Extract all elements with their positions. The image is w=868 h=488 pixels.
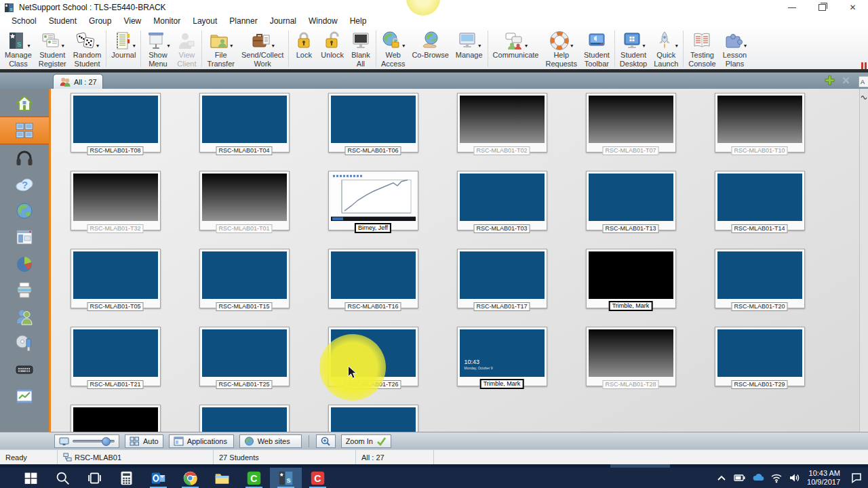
add-tab-icon[interactable] xyxy=(824,75,835,86)
student-thumbnail[interactable]: RSC-MLAB01-T21 xyxy=(71,327,161,386)
student-thumbnail[interactable]: RSC-MLAB01-T01 xyxy=(199,171,290,230)
sidebar-item-print[interactable] xyxy=(0,277,49,303)
outlook-icon[interactable] xyxy=(142,468,174,488)
minimize-button[interactable] xyxy=(776,0,807,15)
thumbnail-size-slider[interactable] xyxy=(54,434,119,448)
netsupport-icon[interactable]: s xyxy=(270,468,302,488)
student-thumbnail[interactable]: RSC-MLAB01-T28 xyxy=(586,327,676,386)
student-thumbnail[interactable]: RSC-MLAB01-T07 xyxy=(586,93,676,152)
camtasia-red-icon[interactable]: C xyxy=(302,468,334,488)
tab-all-group[interactable]: All : 27 xyxy=(53,74,103,89)
file-explorer-icon[interactable] xyxy=(206,468,238,488)
student-thumbnail[interactable]: RSC-MLAB01-T02 xyxy=(457,93,547,152)
menu-help[interactable]: Help xyxy=(344,16,373,26)
manage-class-button[interactable]: s▾ManageClass xyxy=(1,28,35,70)
student-toolbar-button[interactable]: StudentToolbar xyxy=(580,28,613,70)
help-requests-button[interactable]: ▾HelpRequests xyxy=(542,28,580,70)
slider-thumb[interactable] xyxy=(102,437,111,446)
student-thumbnail[interactable]: RSC-MLAB01-T29 xyxy=(715,327,805,386)
sidebar-item-applications[interactable] xyxy=(0,224,49,250)
student-thumbnail[interactable]: RSC-MLAB01-T06 xyxy=(328,93,418,152)
journal-button[interactable]: ▾Journal xyxy=(108,28,139,70)
lesson-plans-button[interactable]: ▾LessonPlans xyxy=(719,28,750,70)
file-transfer-button[interactable]: ▾FileTransfer xyxy=(203,28,238,70)
menu-layout[interactable]: Layout xyxy=(186,16,223,26)
manage-web-button[interactable]: ▾Manage xyxy=(452,28,486,70)
sidebar-item-survey[interactable] xyxy=(0,250,49,277)
student-thumbnail[interactable]: RSC-MLAB01-T10 xyxy=(715,93,805,152)
sidebar-item-keyboard[interactable] xyxy=(0,356,49,382)
sidebar-item-audio[interactable] xyxy=(0,144,49,171)
student-thumbnail[interactable] xyxy=(71,405,161,432)
student-thumbnail[interactable]: RSC-MLAB01-T13 xyxy=(586,171,676,230)
lock-button[interactable]: Lock xyxy=(290,28,317,70)
student-thumbnail[interactable]: RSC-MLAB01-T25 xyxy=(199,327,290,386)
student-thumbnail[interactable] xyxy=(328,405,418,432)
zoom-in-button[interactable]: Zoom In xyxy=(341,434,391,448)
search-icon[interactable] xyxy=(47,468,79,488)
random-student-button[interactable]: ▾RandomStudent xyxy=(70,28,105,70)
sidebar-item-question[interactable]: ? xyxy=(0,171,49,197)
menu-journal[interactable]: Journal xyxy=(264,16,302,26)
onedrive-cloud-icon[interactable] xyxy=(752,472,764,484)
student-thumbnail[interactable]: RSC-MLAB01-T04 xyxy=(199,93,290,152)
student-thumbnail[interactable]: Trimble, Mark xyxy=(586,249,676,308)
rename-icon[interactable]: A xyxy=(859,76,868,87)
student-thumbnail[interactable]: RSC-MLAB01-T17 xyxy=(457,249,547,308)
menu-school[interactable]: School xyxy=(5,16,43,26)
student-thumbnail[interactable]: RSC-MLAB01-T20 xyxy=(715,249,805,308)
camtasia-green-icon[interactable]: C xyxy=(238,468,270,488)
show-menu-button[interactable]: ▾ShowMenu xyxy=(142,28,173,70)
auto-size-button[interactable]: Auto xyxy=(125,434,163,448)
sidebar-item-home[interactable] xyxy=(0,90,49,117)
close-tab-icon[interactable] xyxy=(840,75,852,86)
applications-button[interactable]: Applications xyxy=(169,434,234,448)
menu-planner[interactable]: Planner xyxy=(223,16,263,26)
wifi-icon[interactable] xyxy=(770,472,783,484)
action-center-icon[interactable] xyxy=(850,472,863,484)
vertical-scrollbar[interactable] xyxy=(859,89,868,432)
close-button[interactable]: ✕ xyxy=(837,0,868,15)
send-collect-work-button[interactable]: ▾Send/CollectWork xyxy=(238,28,287,70)
student-thumbnail[interactable]: RSC-MLAB01-T15 xyxy=(199,249,290,308)
sidebar-item-web[interactable] xyxy=(0,197,49,224)
sidebar-item-devices[interactable] xyxy=(0,329,49,356)
volume-icon[interactable] xyxy=(789,472,801,484)
task-view-icon[interactable] xyxy=(79,468,111,488)
web-sites-button[interactable]: Web sites xyxy=(239,434,302,448)
student-thumbnail[interactable]: RSC-MLAB01-T03 xyxy=(457,171,547,230)
chevron-up-icon[interactable] xyxy=(715,472,728,484)
windows-start-icon[interactable] xyxy=(15,468,47,488)
menu-monitor[interactable]: Monitor xyxy=(147,16,186,26)
student-thumbnail[interactable]: RSC-MLAB01-T08 xyxy=(71,93,161,152)
student-thumbnail[interactable]: RSC-MLAB01-T05 xyxy=(71,249,161,308)
student-thumbnail[interactable]: 10:43 Monday, October 9 Trimble, Mark xyxy=(457,327,547,386)
clock[interactable]: 10:43 AM 10/9/2017 xyxy=(807,469,840,487)
student-thumbnail[interactable]: RSC-MLAB01-T16 xyxy=(328,249,418,308)
student-thumbnail[interactable] xyxy=(199,405,290,432)
restore-button[interactable] xyxy=(807,0,837,15)
blank-all-button[interactable]: BlankAll xyxy=(347,28,374,70)
student-desktop-button[interactable]: ▾StudentDesktop xyxy=(616,28,650,70)
communicate-button[interactable]: ▾Communicate xyxy=(490,28,542,70)
chrome-icon[interactable] xyxy=(174,468,206,488)
menu-group[interactable]: Group xyxy=(83,16,117,26)
menu-student[interactable]: Student xyxy=(43,16,83,26)
student-register-button[interactable]: ▾StudentRegister xyxy=(35,28,70,70)
zoom-icon-button[interactable] xyxy=(316,434,336,448)
battery-icon[interactable] xyxy=(734,472,746,484)
menu-window[interactable]: Window xyxy=(302,16,344,26)
co-browse-button[interactable]: Co-Browse xyxy=(408,28,452,70)
menu-view[interactable]: View xyxy=(117,16,147,26)
testing-console-button[interactable]: TestingConsole xyxy=(685,28,719,70)
student-thumbnail[interactable]: RSC-MLAB01-T14 xyxy=(715,171,805,230)
sidebar-item-thumbnail-view[interactable] xyxy=(0,117,49,144)
student-thumbnail[interactable]: Birney, Jeff xyxy=(328,171,418,230)
quick-launch-button[interactable]: ▾QuickLaunch xyxy=(650,28,682,70)
sidebar-item-whiteboard[interactable] xyxy=(0,382,49,409)
unlock-button[interactable]: Unlock xyxy=(317,28,347,70)
calculator-icon[interactable] xyxy=(111,468,142,488)
web-access-button[interactable]: ▾WebAccess xyxy=(378,28,408,70)
sidebar-item-users[interactable] xyxy=(0,303,49,329)
student-thumbnail[interactable]: RSC-MLAB01-T32 xyxy=(71,171,161,230)
